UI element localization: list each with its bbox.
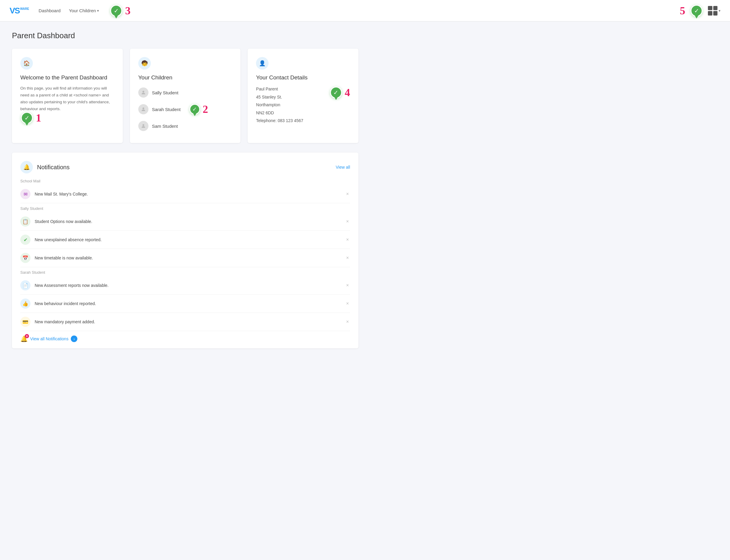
options-icon-wrap: 📋 — [20, 216, 30, 227]
svg-point-1 — [142, 107, 144, 109]
arrow-circle-button[interactable]: › — [71, 336, 77, 342]
grid-chevron-icon: ▾ — [719, 9, 720, 13]
badge-3: 3 — [125, 5, 130, 16]
check-circle-icon: ✔ — [24, 237, 27, 243]
child-sally[interactable]: Sally Student — [138, 85, 232, 100]
notifications-title-row: 🔔 Notifications — [20, 161, 70, 173]
section-sally: Sally Student — [20, 206, 350, 211]
contact-card-title: Your Contact Details — [256, 74, 350, 81]
chevron-down-icon: ▾ — [97, 9, 99, 13]
section-school-mail: School Mail — [20, 179, 350, 183]
notif-text-mail: New Mail St. Mary's College. — [35, 192, 341, 196]
close-options-button[interactable]: × — [345, 218, 350, 225]
nav-your-children[interactable]: Your Children ▾ — [69, 8, 99, 13]
child-avatar-sarah — [138, 104, 148, 114]
child-name-sam: Sam Student — [152, 124, 178, 129]
cards-row: 🏠 Welcome to the Parent Dashboard On thi… — [12, 49, 358, 143]
report-icon: 📄 — [22, 283, 28, 288]
logo[interactable]: VS WARE — [10, 6, 29, 16]
calendar-icon: 📅 — [22, 255, 28, 261]
notif-item-behaviour: 👍 New behaviour incident reported. × — [20, 295, 350, 313]
notif-text-assessment: New Assessment reports now available. — [35, 283, 341, 288]
notif-text-options: Student Options now available. — [35, 219, 341, 224]
notif-item-absence: ✔ New unexplained absence reported. × — [20, 231, 350, 249]
grid-cell-1 — [708, 6, 712, 10]
grid-icon[interactable] — [708, 6, 717, 16]
child-avatar-sally — [138, 87, 148, 98]
pin-tail-2 — [193, 113, 197, 116]
close-behaviour-button[interactable]: × — [345, 300, 350, 307]
money-icon: 💳 — [22, 319, 28, 325]
welcome-card-text: On this page, you will find all informat… — [20, 85, 114, 113]
bell-badge-wrap: 🔔 8 — [20, 335, 28, 342]
badge-5: 5 — [680, 5, 685, 16]
pin-tail-right — [694, 15, 699, 19]
behaviour-icon-wrap: 👍 — [20, 299, 30, 309]
mail-icon-wrap: ✉ — [20, 189, 30, 199]
notif-item-options: 📋 Student Options now available. × — [20, 213, 350, 231]
notif-text-behaviour: New behaviour incident reported. — [35, 301, 341, 306]
notif-text-absence: New unexplained absence reported. — [35, 237, 341, 242]
welcome-card-title: Welcome to the Parent Dashboard — [20, 74, 114, 81]
bell-icon-wrap: 🔔 — [20, 161, 33, 173]
notif-item-mail: ✉ New Mail St. Mary's College. × — [20, 185, 350, 203]
children-card-title: Your Children — [138, 74, 232, 81]
mail-icon: ✉ — [24, 191, 27, 197]
card-check-pin-2: ✓ — [189, 102, 200, 116]
notif-item-payment: 💳 New mandatory payment added. × — [20, 313, 350, 331]
nav-dashboard[interactable]: Dashboard — [39, 8, 60, 13]
notifications-card: 🔔 Notifications View all School Mail ✉ N… — [12, 153, 358, 348]
pin-tail-1 — [25, 122, 29, 126]
contact-address2: Northampton — [256, 101, 303, 109]
logo-vs-text: VS — [10, 6, 19, 16]
contact-icon: 👤 — [259, 60, 265, 67]
grid-cell-4 — [713, 11, 718, 16]
assessment-icon-wrap: 📄 — [20, 280, 30, 290]
view-all-notifications-link[interactable]: View all Notifications — [30, 336, 68, 341]
person-icon: 🧒 — [141, 60, 148, 67]
logo-ware-text: WARE — [20, 7, 29, 10]
payment-icon-wrap: 💳 — [20, 317, 30, 327]
section-sarah: Sarah Student — [20, 270, 350, 275]
grid-cell-2 — [713, 6, 718, 10]
view-all-link[interactable]: View all — [336, 165, 350, 170]
contact-name: Paul Parent — [256, 85, 303, 93]
contact-telephone: Telephone: 083 123 4567 — [256, 117, 303, 125]
bell-count-badge: 8 — [25, 334, 29, 338]
contact-card: 👤 Your Contact Details Paul Parent 45 St… — [248, 49, 358, 143]
contact-icon-wrap: 👤 — [256, 57, 268, 70]
grid-cell-3 — [708, 11, 712, 16]
close-mail-button[interactable]: × — [345, 190, 350, 198]
pin-tail — [114, 15, 118, 19]
notif-text-payment: New mandatory payment added. — [35, 319, 341, 324]
child-sarah[interactable]: Sarah Student ✓ 2 — [138, 100, 232, 119]
child-sam[interactable]: Sam Student — [138, 119, 232, 133]
nav-right: 5 ✓ ▾ — [680, 3, 720, 19]
child-avatar-sam — [138, 121, 148, 131]
page-title: Parent Dashboard — [12, 31, 358, 40]
bottom-link-row: 🔔 8 View all Notifications › — [20, 335, 350, 342]
welcome-icon-wrap: 🏠 — [20, 57, 33, 70]
notif-item-timetable: 📅 New timetable is now available. × — [20, 249, 350, 267]
grid-menu[interactable]: ▾ — [708, 6, 720, 16]
svg-point-2 — [142, 124, 144, 126]
child-name-sarah: Sarah Student — [152, 107, 181, 112]
close-absence-button[interactable]: × — [345, 236, 350, 244]
nav-check-pin-3: ✓ — [110, 3, 123, 19]
notifications-header: 🔔 Notifications View all — [20, 161, 350, 173]
close-payment-button[interactable]: × — [345, 318, 350, 326]
page-content: Parent Dashboard 🏠 Welcome to the Parent… — [0, 21, 371, 358]
contact-check-pin-4: ✓ — [330, 85, 342, 100]
notifications-title: Notifications — [37, 164, 70, 171]
badge-1: 1 — [36, 113, 41, 123]
close-assessment-button[interactable]: × — [345, 281, 350, 289]
notif-item-assessment: 📄 New Assessment reports now available. … — [20, 276, 350, 295]
child-name-sally: Sally Student — [152, 90, 178, 95]
timetable-icon-wrap: 📅 — [20, 253, 30, 263]
contact-postcode: NN2 6DD — [256, 109, 303, 117]
close-timetable-button[interactable]: × — [345, 254, 350, 262]
notif-text-timetable: New timetable is now available. — [35, 256, 341, 260]
welcome-card: 🏠 Welcome to the Parent Dashboard On thi… — [12, 49, 123, 143]
card-check-pin-1: ✓ — [20, 110, 33, 126]
bell-icon: 🔔 — [23, 164, 30, 170]
